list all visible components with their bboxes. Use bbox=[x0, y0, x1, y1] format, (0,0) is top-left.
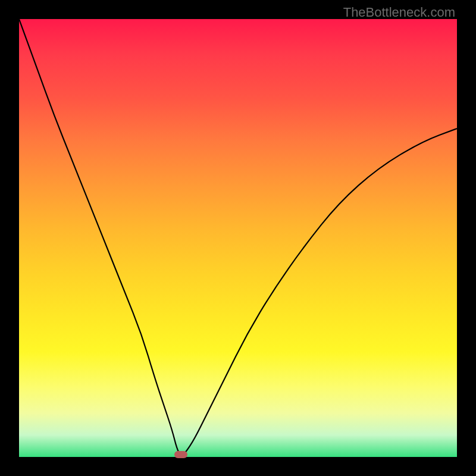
chart-container: TheBottleneck.com bbox=[0, 0, 476, 476]
bottleneck-curve bbox=[19, 19, 457, 457]
optimal-marker bbox=[174, 451, 187, 458]
attribution-text: TheBottleneck.com bbox=[343, 5, 455, 20]
